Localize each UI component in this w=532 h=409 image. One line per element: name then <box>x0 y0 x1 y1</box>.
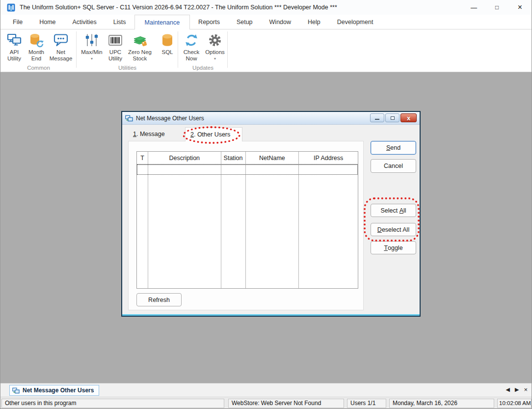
refresh-icon <box>184 31 199 49</box>
maximize-icon <box>391 116 395 120</box>
table-focus-row[interactable] <box>137 164 358 175</box>
month-end-button[interactable]: Month End <box>26 31 47 62</box>
menu-tab-development[interactable]: Development <box>329 15 382 29</box>
sql-button[interactable]: SQL <box>157 31 178 62</box>
options-button[interactable]: Options ▾ <box>204 31 226 62</box>
ribbon-button-label: UPC Utility <box>105 49 126 62</box>
api-utility-icon <box>6 31 22 49</box>
close-icon: x <box>407 114 410 122</box>
maximize-button[interactable]: □ <box>485 0 508 15</box>
close-window-icon[interactable]: × <box>524 386 528 393</box>
cash-stack-icon <box>132 31 148 49</box>
menu-tab-setup[interactable]: Setup <box>228 15 261 29</box>
ribbon-button-label: Month End <box>26 49 47 62</box>
upc-utility-button[interactable]: UPC Utility <box>105 31 126 62</box>
month-end-icon <box>28 31 44 49</box>
users-table-body <box>137 164 358 274</box>
api-utility-button[interactable]: API Utility <box>3 31 25 62</box>
ribbon-group-utilities: Max/Min ▾ UPC Utility Zero Neg Stock SQ <box>77 29 178 72</box>
mdi-tab-bar: Net Message Other Users ◀ ▶ × <box>0 383 532 397</box>
mdi-nav-controls: ◀ ▶ × <box>505 386 528 393</box>
menu-tab-help[interactable]: Help <box>299 15 329 29</box>
ribbon-group-common: API Utility Month End Net Message Common <box>0 29 77 72</box>
barcode-icon <box>107 31 123 49</box>
toggle-button[interactable]: Toggle <box>371 241 416 254</box>
ribbon-group-updates: Check Now Options ▾ Updates <box>178 29 228 72</box>
menu-tab-window[interactable]: Window <box>261 15 299 29</box>
send-button[interactable]: Send <box>371 141 416 155</box>
ribbon-button-label: Net Message <box>48 49 74 62</box>
check-now-button[interactable]: Check Now <box>180 31 203 62</box>
column-header-t[interactable]: T <box>137 152 148 164</box>
column-header-netname[interactable]: NetName <box>246 152 299 164</box>
table-column <box>137 164 148 288</box>
column-header-ip-address[interactable]: IP Address <box>299 152 358 164</box>
users-table: T Description Station NetName IP Address <box>136 151 358 289</box>
menu-tab-reports[interactable]: Reports <box>190 15 228 29</box>
users-table-header: T Description Station NetName IP Address <box>137 152 358 164</box>
status-bar: Other users in this program WebStore: We… <box>0 397 532 409</box>
dialog-window: Net Message Other Users x 1. Message 2. … <box>121 111 421 317</box>
ribbon-button-label: Options <box>205 49 225 55</box>
table-column <box>221 164 246 288</box>
menu-tab-file[interactable]: File <box>4 15 31 29</box>
ribbon-button-label: Max/Min <box>81 49 102 55</box>
window-title: The Uniform Solution+ SQL Server - C11 V… <box>20 4 337 11</box>
table-column <box>299 164 358 288</box>
status-message: Other users in this program <box>1 399 224 408</box>
dialog-window-controls: x <box>370 113 417 122</box>
app-logo-icon <box>7 3 15 12</box>
close-icon: × <box>518 3 522 12</box>
ribbon-group-label: Utilities <box>77 65 178 71</box>
other-users-panel: T Description Station NetName IP Address… <box>128 141 364 310</box>
next-window-icon[interactable]: ▶ <box>515 386 519 393</box>
ribbon-button-label: API Utility <box>3 49 25 62</box>
table-column <box>246 164 299 288</box>
menu-tab-activities[interactable]: Activities <box>64 15 105 29</box>
net-message-dialog-icon <box>125 114 133 122</box>
tab-other-users[interactable]: 2. Other Users <box>185 127 242 141</box>
status-time: 10:02:08 AM <box>497 399 532 408</box>
zero-neg-stock-button[interactable]: Zero Neg Stock <box>127 31 153 62</box>
mdi-tab-label: Net Message Other Users <box>23 387 94 394</box>
net-message-icon <box>53 31 69 49</box>
menu-bar: File Home Activities Lists Maintenance R… <box>0 15 532 29</box>
minimize-button[interactable]: — <box>462 0 485 15</box>
menu-tab-maintenance[interactable]: Maintenance <box>134 15 190 29</box>
deselect-all-button[interactable]: Deselect All <box>371 223 416 236</box>
dialog-title-bar[interactable]: Net Message Other Users x <box>122 112 420 125</box>
ribbon-button-label: Check Now <box>180 49 203 62</box>
minimize-icon <box>375 119 379 120</box>
ribbon-button-label: SQL <box>161 49 173 55</box>
prev-window-icon[interactable]: ◀ <box>505 386 509 393</box>
window-controls: — □ × <box>462 0 532 15</box>
ribbon-group-label: Common <box>0 65 77 71</box>
menu-tab-home[interactable]: Home <box>31 15 64 29</box>
dialog-maximize-button[interactable] <box>385 113 399 122</box>
dialog-close-button[interactable]: x <box>400 113 417 122</box>
gear-icon <box>207 31 223 49</box>
refresh-button[interactable]: Refresh <box>136 293 182 306</box>
ribbon: API Utility Month End Net Message Common <box>0 29 532 72</box>
minimize-icon: — <box>471 4 477 11</box>
column-header-description[interactable]: Description <box>148 152 221 164</box>
dialog-minimize-button[interactable] <box>370 113 384 122</box>
sliders-icon <box>84 31 100 49</box>
mdi-tab-net-message[interactable]: Net Message Other Users <box>9 385 99 396</box>
status-date: Monday, March 16, 2026 <box>389 399 494 408</box>
status-users-count: Users 1/1 <box>347 399 386 408</box>
maximize-icon: □ <box>495 4 499 11</box>
application-window: { "window": { "title": "The Uniform Solu… <box>0 0 532 409</box>
title-bar: The Uniform Solution+ SQL Server - C11 V… <box>0 0 532 15</box>
net-message-button[interactable]: Net Message <box>48 31 74 62</box>
max-min-button[interactable]: Max/Min ▾ <box>80 31 104 62</box>
status-webstore: WebStore: Web Server Not Found <box>228 399 344 408</box>
close-button[interactable]: × <box>508 0 532 15</box>
table-column <box>148 164 221 288</box>
net-message-window-icon <box>12 387 20 394</box>
select-all-button[interactable]: Select All <box>371 204 416 217</box>
cancel-button[interactable]: Cancel <box>371 159 416 173</box>
column-header-station[interactable]: Station <box>221 152 246 164</box>
menu-tab-lists[interactable]: Lists <box>105 15 134 29</box>
tab-message[interactable]: 1. Message <box>128 127 185 141</box>
